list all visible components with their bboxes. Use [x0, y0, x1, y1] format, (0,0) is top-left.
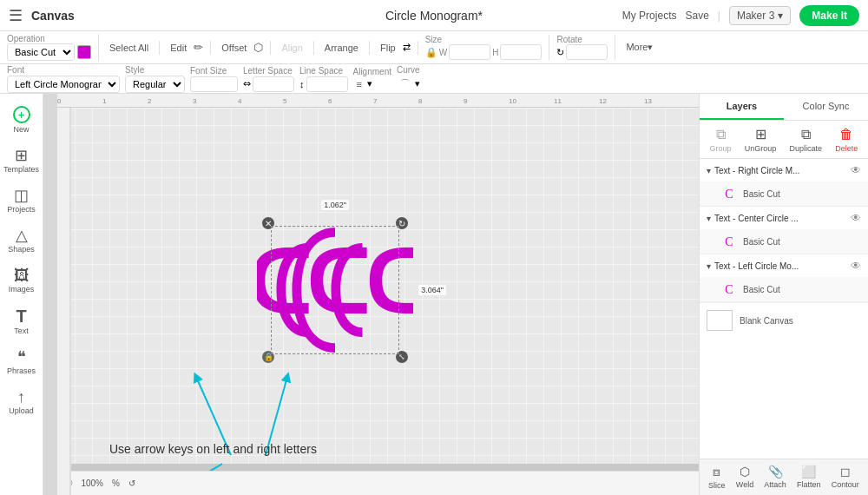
line-space-input[interactable]: 1: [306, 76, 348, 92]
flatten-button[interactable]: ⬜ Flatten: [797, 465, 821, 490]
ruler-left: [57, 108, 71, 495]
monogram-container[interactable]: 1.062" 3.064" ✕ ↻ 🔒 ⤡: [257, 212, 413, 368]
layer-thumb-1-0: C: [720, 233, 738, 250]
right-actions: My Projects Save | Maker 3 ▾ Make It: [622, 5, 859, 26]
zoom-reset-icon[interactable]: ↺: [128, 478, 135, 488]
align-left-button[interactable]: ≡: [353, 77, 365, 91]
more-group: More▾: [622, 40, 663, 55]
height-input[interactable]: 3.064: [500, 44, 542, 60]
edit-button[interactable]: Edit: [167, 41, 190, 55]
offset-icon[interactable]: ⬡: [253, 41, 263, 54]
layer-header-1[interactable]: ▾ Text - Center Circle ... 👁: [700, 207, 868, 229]
panel-tabs: Layers Color Sync: [700, 94, 868, 121]
images-icon: 🖼: [14, 267, 30, 283]
sidebar-item-upload[interactable]: ↑ Upload: [0, 384, 43, 420]
attach-button[interactable]: 📎 Attach: [764, 465, 786, 490]
panel-bottom: ⧈ Slice ⬡ Weld 📎 Attach ⬜ Flatten ◻ Cont…: [700, 459, 868, 495]
canvas-label: Canvas: [31, 9, 75, 23]
dim-height-label: 3.064": [418, 285, 446, 295]
dim-width-label: 1.062": [321, 200, 349, 210]
layer-item-0-0[interactable]: C Basic Cut: [700, 182, 868, 206]
toolbar: Operation Basic Cut Select All Edit ✏ Of…: [0, 31, 868, 64]
layer-item-1-0[interactable]: C Basic Cut: [700, 229, 868, 254]
size-group: Size 🔒 W 1.062 H 3.064: [425, 35, 550, 60]
contour-icon: ◻: [840, 465, 851, 478]
sidebar-item-projects[interactable]: ◫ Projects: [0, 182, 43, 219]
make-it-button[interactable]: Make It: [799, 5, 859, 26]
select-all-button[interactable]: Select All: [106, 41, 152, 55]
tab-color-sync[interactable]: Color Sync: [784, 94, 868, 120]
eye-icon-0[interactable]: 👁: [851, 164, 861, 176]
curve-button[interactable]: ⌒: [397, 76, 413, 92]
phrases-icon: ❝: [17, 349, 26, 365]
svg-text:ᑕᑕᑕ: ᑕᑕᑕ: [257, 237, 413, 332]
rotate-input[interactable]: 0: [566, 44, 608, 60]
weld-icon: ⬡: [740, 465, 750, 478]
monogram-svg: ᑕᑕᑕ: [257, 212, 413, 368]
left-sidebar: + New ⊞ Templates ◫ Projects △ Shapes 🖼 …: [0, 94, 43, 495]
layer-group-name-2: Text - Left Circle Mo...: [714, 261, 847, 271]
canvas-area[interactable]: 0 1 2 3 4 5 6 7 8 9 10 11 12 13: [43, 94, 699, 495]
maker-button[interactable]: Maker 3 ▾: [729, 6, 791, 25]
flip-button[interactable]: Flip: [377, 41, 399, 55]
svg-text:C: C: [725, 235, 733, 248]
sidebar-item-new[interactable]: + New: [0, 101, 43, 139]
canvas-inner[interactable]: 1.062" 3.064" ✕ ↻ 🔒 ⤡: [57, 108, 699, 495]
contour-button[interactable]: ◻ Contour: [832, 465, 859, 490]
layer-header-0[interactable]: ▾ Text - Right Circle M... 👁: [700, 159, 868, 182]
eye-icon-1[interactable]: 👁: [851, 212, 861, 224]
save-button[interactable]: Save: [685, 10, 708, 22]
letter-space-input[interactable]: 0: [253, 76, 294, 92]
sidebar-item-text[interactable]: T Text: [0, 302, 43, 340]
right-panel: Layers Color Sync ⧉ Group ⊞ UnGroup ⧉ Du…: [699, 94, 868, 495]
eye-icon-2[interactable]: 👁: [851, 260, 861, 272]
upload-icon: ↑: [17, 389, 25, 405]
bottombar: © 100% % ↺: [57, 471, 699, 495]
layers-list: ▾ Text - Right Circle M... 👁 C Basic Cut: [700, 159, 868, 459]
duplicate-action[interactable]: ⧉ Duplicate: [790, 127, 823, 153]
layer-thumb-2-0: C: [720, 280, 738, 298]
sidebar-item-images[interactable]: 🖼 Images: [0, 262, 43, 299]
sidebar-item-phrases[interactable]: ❝ Phrases: [0, 344, 43, 380]
font-select[interactable]: Left Circle Monogram: [7, 76, 120, 93]
color-swatch[interactable]: [77, 45, 91, 59]
font-size-input[interactable]: 267.01: [190, 76, 238, 92]
menu-icon[interactable]: ☰: [9, 6, 23, 25]
weld-button[interactable]: ⬡ Weld: [736, 465, 753, 490]
blank-canvas-label: Blank Canvas: [740, 316, 793, 326]
arrange-button[interactable]: Arrange: [321, 41, 362, 55]
edit-icon[interactable]: ✏: [194, 41, 203, 54]
offset-group: Offset ⬡: [218, 41, 271, 55]
width-input[interactable]: 1.062: [449, 44, 490, 60]
slice-icon: ⧈: [713, 465, 720, 479]
sidebar-item-shapes[interactable]: △ Shapes: [0, 222, 43, 259]
offset-button[interactable]: Offset: [218, 41, 250, 55]
page-title: Circle Monogram*: [385, 9, 483, 23]
layer-item-2-0[interactable]: C Basic Cut: [700, 277, 868, 301]
attach-icon: 📎: [768, 465, 783, 478]
topbar: ☰ Canvas Circle Monogram* My Projects Sa…: [0, 0, 868, 31]
layer-group-0: ▾ Text - Right Circle M... 👁 C Basic Cut: [700, 159, 868, 207]
align-button[interactable]: Align: [278, 41, 306, 55]
projects-icon: ◫: [14, 188, 29, 203]
chevron-0: ▾: [707, 166, 711, 175]
align-group: Align: [278, 41, 313, 55]
svg-text:C: C: [725, 283, 733, 296]
operation-select[interactable]: Basic Cut: [7, 43, 75, 61]
ruler-top: 0 1 2 3 4 5 6 7 8 9 10 11 12 13: [57, 94, 699, 108]
sidebar-item-templates[interactable]: ⊞ Templates: [0, 142, 43, 179]
layer-header-2[interactable]: ▾ Text - Left Circle Mo... 👁: [700, 254, 868, 277]
slice-button[interactable]: ⧈ Slice: [708, 465, 726, 490]
group-action[interactable]: ⧉ Group: [710, 127, 732, 153]
annotation-text: Use arrow keys on left and right letters: [109, 442, 317, 456]
delete-action[interactable]: 🗑 Delete: [835, 127, 858, 153]
more-button[interactable]: More▾: [622, 40, 656, 55]
style-select[interactable]: Regular: [125, 76, 185, 93]
layer-group-name-0: Text - Right Circle M...: [714, 166, 847, 175]
ungroup-action[interactable]: ⊞ UnGroup: [745, 126, 777, 153]
svg-text:C: C: [725, 188, 733, 201]
my-projects-link[interactable]: My Projects: [622, 10, 677, 22]
tab-layers[interactable]: Layers: [700, 94, 784, 120]
rotate-group: Rotate ↻ 0: [556, 35, 615, 60]
duplicate-icon: ⧉: [801, 127, 811, 142]
